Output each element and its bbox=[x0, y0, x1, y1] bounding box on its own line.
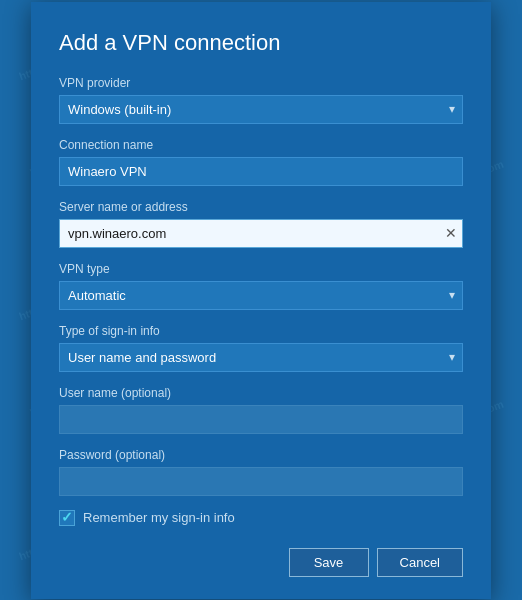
vpn-type-select-wrapper: Automatic ▾ bbox=[59, 281, 463, 310]
password-group: Password (optional) bbox=[59, 448, 463, 496]
vpn-provider-select-wrapper: Windows (built-in) ▾ bbox=[59, 95, 463, 124]
sign-in-type-group: Type of sign-in info User name and passw… bbox=[59, 324, 463, 372]
cancel-button[interactable]: Cancel bbox=[377, 548, 463, 577]
connection-name-group: Connection name bbox=[59, 138, 463, 186]
connection-name-label: Connection name bbox=[59, 138, 463, 152]
server-name-group: Server name or address ✕ bbox=[59, 200, 463, 248]
button-row: Save Cancel bbox=[59, 548, 463, 577]
server-name-label: Server name or address bbox=[59, 200, 463, 214]
password-input[interactable] bbox=[59, 467, 463, 496]
username-label: User name (optional) bbox=[59, 386, 463, 400]
sign-in-type-label: Type of sign-in info bbox=[59, 324, 463, 338]
sign-in-type-select-wrapper: User name and password ▾ bbox=[59, 343, 463, 372]
vpn-type-group: VPN type Automatic ▾ bbox=[59, 262, 463, 310]
connection-name-input[interactable] bbox=[59, 157, 463, 186]
sign-in-type-select[interactable]: User name and password bbox=[59, 343, 463, 372]
vpn-type-label: VPN type bbox=[59, 262, 463, 276]
vpn-provider-group: VPN provider Windows (built-in) ▾ bbox=[59, 76, 463, 124]
server-name-input[interactable] bbox=[59, 219, 463, 248]
password-label: Password (optional) bbox=[59, 448, 463, 462]
vpn-provider-select[interactable]: Windows (built-in) bbox=[59, 95, 463, 124]
vpn-provider-label: VPN provider bbox=[59, 76, 463, 90]
server-name-clear-button[interactable]: ✕ bbox=[445, 226, 457, 240]
remember-checkbox-row: Remember my sign-in info bbox=[59, 510, 463, 526]
vpn-type-select[interactable]: Automatic bbox=[59, 281, 463, 310]
save-button[interactable]: Save bbox=[289, 548, 369, 577]
vpn-dialog: Add a VPN connection VPN provider Window… bbox=[31, 2, 491, 599]
remember-checkbox-label: Remember my sign-in info bbox=[83, 510, 235, 525]
username-input[interactable] bbox=[59, 405, 463, 434]
remember-checkbox[interactable] bbox=[59, 510, 75, 526]
username-group: User name (optional) bbox=[59, 386, 463, 434]
dialog-title: Add a VPN connection bbox=[59, 30, 463, 56]
server-name-wrapper: ✕ bbox=[59, 219, 463, 248]
